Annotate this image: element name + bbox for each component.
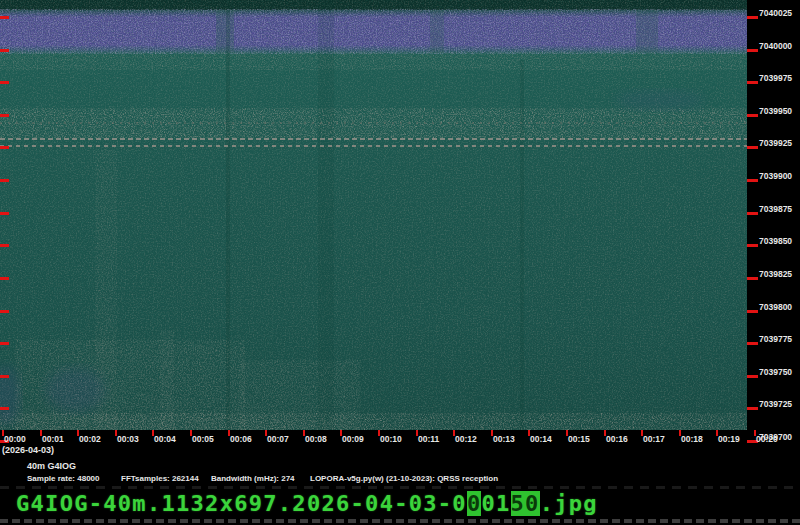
filename-digit-inverted: 5: [511, 491, 526, 516]
time-tick-label: 00:05: [192, 434, 214, 444]
time-tick-label: 00:01: [42, 434, 64, 444]
time-tick-label: 00:15: [568, 434, 590, 444]
grabber-screenshot: 7040025704000070399757039950703992570399…: [0, 0, 800, 525]
freq-tick-right: [747, 310, 758, 313]
time-tick-label: 00:00: [4, 434, 26, 444]
freq-tick-right: [747, 146, 758, 149]
time-tick-label: 00:13: [493, 434, 515, 444]
freq-tick-left: [0, 277, 9, 280]
filename-digit: 0: [452, 491, 467, 516]
freq-tick-left: [0, 342, 9, 345]
freq-tick-right: [747, 179, 758, 182]
freq-tick-label: 7039900: [759, 171, 800, 181]
freq-tick-label: 7039950: [759, 106, 800, 116]
time-tick-label: 00:07: [267, 434, 289, 444]
time-tick-label: 00:10: [380, 434, 402, 444]
time-tick-label: 00:18: [681, 434, 703, 444]
freq-tick-label: 7039725: [759, 399, 800, 409]
station-caption: 40m G4IOG: [27, 461, 76, 471]
freq-tick-left: [0, 310, 9, 313]
time-tick-label: 00:17: [643, 434, 665, 444]
time-tick-label: 00:04: [154, 434, 176, 444]
time-tick-label: 00:20: [756, 434, 778, 444]
filename-prefix: G4IOG-40m.1132x697.2026-04-03-: [16, 491, 452, 516]
time-tick-label: 00:09: [342, 434, 364, 444]
freq-tick-right: [747, 375, 758, 378]
time-tick-label: 00:02: [79, 434, 101, 444]
time-tick-label: 00:08: [305, 434, 327, 444]
filename-digit: 0: [481, 491, 496, 516]
freq-tick-right: [747, 342, 758, 345]
waterfall-plot: [0, 0, 747, 430]
time-tick-label: 00:11: [418, 434, 439, 444]
filename-digit-inverted: 0: [525, 491, 540, 516]
time-tick-label: 00:19: [718, 434, 740, 444]
freq-tick-left: [0, 407, 9, 410]
freq-tick-label: 7040000: [759, 41, 800, 51]
stat-bandwidth: Bandwidth (mHz): 274: [211, 474, 295, 483]
time-tick-label: 00:06: [230, 434, 252, 444]
stat-software: LOPORA-v5g.py(w) (21-10-2023): QRSS rece…: [310, 474, 498, 483]
date-caption: (2026-04-03): [2, 445, 54, 455]
freq-tick-left: [0, 49, 9, 52]
freq-tick-right: [747, 277, 758, 280]
freq-tick-right: [747, 114, 758, 117]
freq-tick-right: [747, 16, 758, 19]
freq-tick-left: [0, 146, 9, 149]
filename-suffix: .jpg: [540, 491, 598, 516]
freq-tick-label: 7039750: [759, 367, 800, 377]
freq-tick-label: 7039875: [759, 204, 800, 214]
freq-tick-left: [0, 81, 9, 84]
freq-tick-right: [747, 81, 758, 84]
freq-tick-left: [0, 16, 9, 19]
freq-tick-label: 7039925: [759, 138, 800, 148]
freq-tick-label: 7039850: [759, 236, 800, 246]
freq-tick-label: 7039775: [759, 334, 800, 344]
waterfall-image: [0, 0, 747, 430]
freq-tick-right: [747, 212, 758, 215]
time-tick-label: 00:12: [455, 434, 477, 444]
freq-tick-left: [0, 179, 9, 182]
freq-tick-label: 7039825: [759, 269, 800, 279]
stats-row: Sample rate: 48000 FFTsamples: 262144 Ba…: [0, 474, 800, 486]
freq-tick-label: 7040025: [759, 8, 800, 18]
filename-digit-inverted: 0: [467, 491, 482, 516]
stat-sample-rate: Sample rate: 48000: [27, 474, 100, 483]
freq-tick-right: [747, 407, 758, 410]
freq-tick-left: [0, 244, 9, 247]
time-tick-label: 00:14: [530, 434, 552, 444]
filename-digits: 000150: [452, 491, 539, 516]
filename-digit: 1: [496, 491, 511, 516]
freq-tick-right: [747, 244, 758, 247]
freq-tick-label: 7039975: [759, 73, 800, 83]
freq-tick-label: 7039800: [759, 302, 800, 312]
time-tick-label: 00:03: [117, 434, 139, 444]
freq-tick-right: [747, 49, 758, 52]
freq-tick-left: [0, 212, 9, 215]
stat-fft-samples: FFTsamples: 262144: [121, 474, 199, 483]
freq-tick-left: [0, 375, 9, 378]
dashed-strip-top: [0, 486, 800, 489]
freq-tick-left: [0, 114, 9, 117]
filename-text: G4IOG-40m.1132x697.2026-04-03-000150.jpg: [16, 491, 598, 517]
time-tick-label: 00:16: [606, 434, 628, 444]
dashed-strip-bottom: [0, 519, 800, 523]
